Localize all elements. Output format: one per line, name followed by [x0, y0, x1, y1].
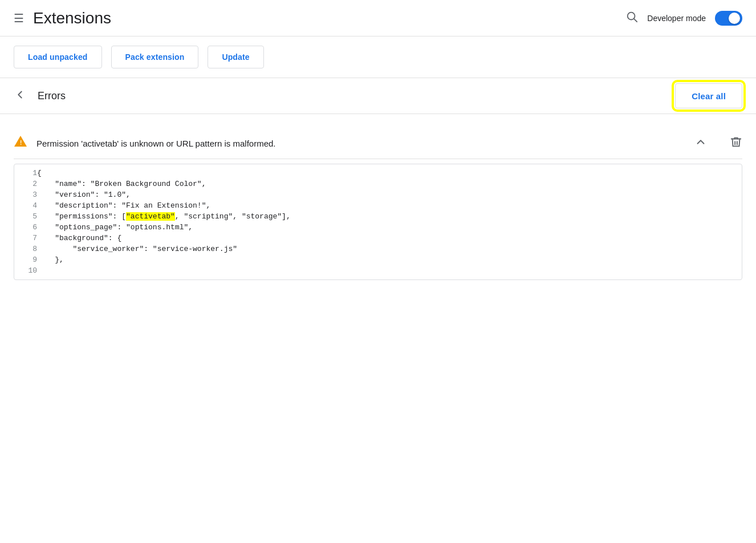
code-line: 10	[14, 265, 742, 279]
menu-icon[interactable]: ☰	[14, 11, 24, 25]
highlighted-text: "activetab"	[126, 212, 175, 221]
errors-bar: Errors Clear all	[0, 78, 756, 114]
line-number: 8	[14, 244, 37, 254]
errors-title: Errors	[38, 90, 675, 102]
developer-mode-toggle[interactable]	[715, 11, 742, 26]
delete-icon[interactable]	[730, 136, 742, 151]
pack-extension-button[interactable]: Pack extension	[111, 46, 199, 68]
update-button[interactable]: Update	[208, 46, 263, 68]
line-code: "version": "1.0",	[37, 189, 742, 200]
code-line: 2 "name": "Broken Background Color",	[14, 179, 742, 189]
code-line: 7 "background": {	[14, 233, 742, 244]
chevron-up-icon[interactable]	[694, 136, 707, 151]
svg-line-1	[634, 19, 637, 22]
code-line: 5 "permissions": ["activetab", "scriptin…	[14, 211, 742, 222]
line-number: 2	[14, 179, 37, 189]
error-message: Permission 'activetab' is unknown or URL…	[36, 139, 694, 148]
error-entry: ! Permission 'activetab' is unknown or U…	[14, 128, 742, 280]
line-code: "name": "Broken Background Color",	[37, 179, 742, 189]
line-code: {	[37, 164, 742, 179]
code-line: 8 "service_worker": "service-worker.js"	[14, 244, 742, 254]
code-table: 1{2 "name": "Broken Background Color",3 …	[14, 164, 742, 279]
search-icon[interactable]	[625, 10, 638, 26]
code-line: 4 "description": "Fix an Extension!",	[14, 200, 742, 211]
toolbar: Load unpacked Pack extension Update	[0, 37, 756, 78]
svg-text:!: !	[20, 140, 22, 146]
line-number: 7	[14, 233, 37, 244]
line-number: 4	[14, 200, 37, 211]
code-line: 3 "version": "1.0",	[14, 189, 742, 200]
line-number: 5	[14, 211, 37, 222]
code-line: 9 },	[14, 254, 742, 265]
line-number: 9	[14, 254, 37, 265]
line-code: "background": {	[37, 233, 742, 244]
line-code: "options_page": "options.html",	[37, 222, 742, 233]
code-line: 1{	[14, 164, 742, 179]
line-number: 3	[14, 189, 37, 200]
line-number: 1	[14, 164, 37, 179]
line-number: 10	[14, 265, 37, 279]
line-code: },	[37, 254, 742, 265]
page-title: Extensions	[33, 9, 625, 27]
line-number: 6	[14, 222, 37, 233]
load-unpacked-button[interactable]: Load unpacked	[14, 46, 102, 68]
error-header: ! Permission 'activetab' is unknown or U…	[14, 128, 742, 159]
developer-mode-label: Developer mode	[647, 14, 706, 23]
code-block: 1{2 "name": "Broken Background Color",3 …	[14, 164, 742, 280]
line-code: "service_worker": "service-worker.js"	[37, 244, 742, 254]
warning-icon: !	[14, 135, 27, 152]
line-code: "permissions": ["activetab", "scripting"…	[37, 211, 742, 222]
clear-all-button[interactable]: Clear all	[675, 83, 742, 108]
back-icon[interactable]	[14, 88, 26, 104]
line-code	[37, 265, 742, 279]
header-right: Developer mode	[625, 10, 742, 26]
line-code: "description": "Fix an Extension!",	[37, 200, 742, 211]
header: ☰ Extensions Developer mode	[0, 0, 756, 37]
code-line: 6 "options_page": "options.html",	[14, 222, 742, 233]
